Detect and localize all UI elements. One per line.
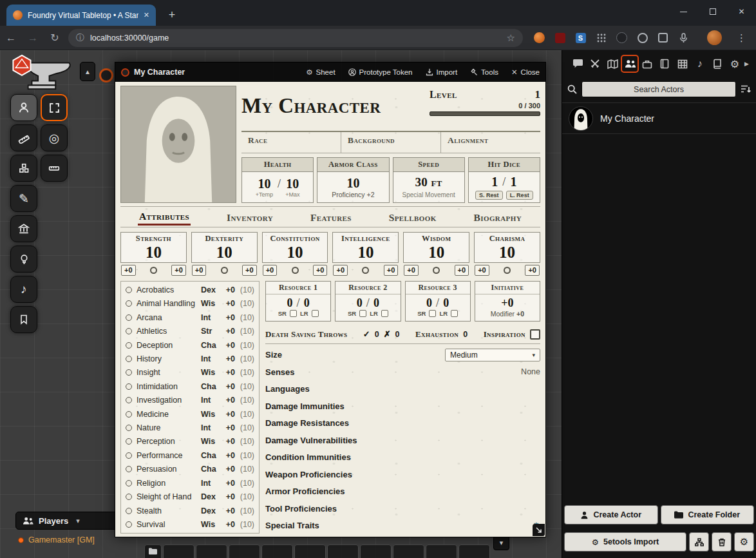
- resource-label[interactable]: Resource 1: [266, 282, 330, 294]
- macro-slot[interactable]: [294, 544, 326, 558]
- skill-row[interactable]: Sleight of Hand Dex +0 (10): [121, 490, 259, 503]
- death-save-failure-icon[interactable]: ✗: [384, 329, 391, 339]
- drawing-tool[interactable]: ✎: [10, 185, 37, 212]
- macro-slot[interactable]: [261, 544, 293, 558]
- sounds-tool[interactable]: ♪: [10, 276, 37, 303]
- skill-row[interactable]: Nature Int +0 (10): [121, 421, 259, 434]
- ability-score[interactable]: 10: [263, 244, 328, 262]
- stylus-extension-icon[interactable]: S: [574, 32, 587, 44]
- skill-row[interactable]: Perception Wis +0 (10): [121, 435, 259, 448]
- special-movement-label[interactable]: Special Movement: [402, 191, 455, 198]
- url-text[interactable]: localhost:30000/game: [90, 34, 501, 43]
- settings-tab-icon[interactable]: ⚙: [727, 56, 742, 72]
- minimize-button[interactable]: [669, 0, 698, 23]
- folder-tree-button[interactable]: [689, 532, 709, 552]
- skill-row[interactable]: Stealth Dex +0 (10): [121, 505, 259, 517]
- ability-proficiency-radio[interactable]: [433, 267, 440, 274]
- microphone-extension-icon[interactable]: [677, 32, 690, 44]
- collapse-controls-button[interactable]: ▲: [80, 62, 95, 81]
- skill-row[interactable]: History Int +0 (10): [121, 352, 259, 365]
- playlists-tab-icon[interactable]: ♪: [692, 56, 708, 72]
- select-token-tool[interactable]: [10, 94, 37, 121]
- skill-proficiency-radio[interactable]: [126, 397, 132, 403]
- browser-menu-icon[interactable]: ⋮: [737, 32, 746, 44]
- combat-tab-icon[interactable]: [587, 56, 603, 72]
- skill-row[interactable]: Animal Handling Wis +0 (10): [121, 297, 259, 310]
- ability-mod[interactable]: +0: [263, 265, 278, 276]
- skill-proficiency-radio[interactable]: [126, 356, 132, 362]
- skill-row[interactable]: Insight Wis +0 (10): [121, 366, 259, 379]
- skill-proficiency-radio[interactable]: [126, 383, 132, 390]
- hp-max[interactable]: 10: [286, 177, 299, 190]
- close-sheet-button[interactable]: ✕ Close: [511, 68, 540, 77]
- macro-slot[interactable]: [393, 544, 424, 558]
- select-targets-tool[interactable]: [41, 94, 68, 121]
- macro-slot[interactable]: [163, 544, 194, 558]
- ability-mod[interactable]: +0: [404, 265, 419, 276]
- ability-score[interactable]: 10: [333, 244, 398, 262]
- expand-sidebar-icon[interactable]: ▶: [744, 61, 752, 67]
- exhaustion-value[interactable]: 0: [463, 330, 468, 339]
- macro-folder-button[interactable]: [144, 544, 162, 558]
- search-actors-input[interactable]: [581, 81, 736, 97]
- ability-label[interactable]: Constitution: [263, 234, 328, 244]
- actor-list-item[interactable]: My Character: [562, 102, 756, 134]
- tab-spellbook[interactable]: Spellbook: [388, 209, 438, 225]
- extension-circle-icon[interactable]: [636, 32, 648, 44]
- skill-proficiency-radio[interactable]: [126, 300, 132, 307]
- skill-proficiency-radio[interactable]: [126, 438, 132, 445]
- notes-tool[interactable]: [10, 306, 37, 333]
- ability-score[interactable]: 10: [475, 244, 540, 262]
- skill-proficiency-radio[interactable]: [126, 287, 132, 293]
- prototype-token-button[interactable]: Prototype Token: [348, 68, 413, 76]
- delete-button[interactable]: [712, 532, 732, 552]
- resource-value[interactable]: 0: [287, 296, 293, 309]
- tab-close-icon[interactable]: ✕: [144, 11, 149, 19]
- site-info-icon[interactable]: ⓘ: [76, 32, 84, 44]
- scenes-tab-icon[interactable]: [605, 56, 620, 72]
- hotbar-page-down-button[interactable]: ▾: [493, 535, 509, 550]
- extensions-grid-icon[interactable]: [595, 32, 607, 44]
- skill-proficiency-radio[interactable]: [126, 466, 132, 472]
- skill-row[interactable]: Acrobatics Dex +0 (10): [121, 284, 259, 296]
- ability-proficiency-radio[interactable]: [362, 267, 369, 274]
- close-window-button[interactable]: ✕: [727, 0, 756, 23]
- lighting-tool[interactable]: [10, 245, 37, 273]
- death-save-failures[interactable]: 0: [395, 330, 400, 339]
- create-actor-button[interactable]: Create Actor: [564, 505, 658, 524]
- macro-slot[interactable]: [426, 544, 457, 558]
- create-folder-button[interactable]: Create Folder: [661, 505, 755, 524]
- skill-proficiency-radio[interactable]: [126, 369, 132, 376]
- skill-row[interactable]: Arcana Int +0 (10): [121, 311, 259, 324]
- skill-row[interactable]: Survival Wis +0 (10): [121, 518, 259, 531]
- ability-save[interactable]: +0: [313, 265, 328, 276]
- skill-row[interactable]: Deception Cha +0 (10): [121, 339, 259, 352]
- level-value[interactable]: 1: [535, 88, 541, 101]
- chat-tab-icon[interactable]: [570, 56, 585, 72]
- skill-proficiency-radio[interactable]: [126, 508, 132, 514]
- extension-dark-icon[interactable]: [616, 32, 628, 44]
- ability-proficiency-radio[interactable]: [292, 267, 299, 274]
- items-tab-icon[interactable]: [639, 56, 655, 72]
- ability-label[interactable]: Wisdom: [404, 234, 469, 244]
- ability-mod[interactable]: +0: [333, 265, 348, 276]
- extension-box-icon[interactable]: [657, 32, 669, 44]
- lr-checkbox[interactable]: [312, 310, 319, 317]
- skill-proficiency-radio[interactable]: [126, 328, 132, 334]
- macro-slot[interactable]: [360, 544, 392, 558]
- skill-proficiency-radio[interactable]: [126, 452, 132, 459]
- ability-proficiency-radio[interactable]: [150, 267, 157, 274]
- lr-checkbox[interactable]: [381, 310, 388, 317]
- ability-label[interactable]: Dexterity: [192, 234, 257, 244]
- skill-row[interactable]: Intimidation Cha +0 (10): [121, 380, 259, 393]
- resource-value[interactable]: 0: [426, 296, 432, 309]
- ability-save[interactable]: +0: [242, 265, 257, 276]
- ability-mod[interactable]: +0: [121, 265, 136, 276]
- resource-value[interactable]: 0: [357, 296, 363, 309]
- size-select[interactable]: Medium ▾: [445, 349, 540, 361]
- skill-proficiency-radio[interactable]: [126, 521, 132, 528]
- senses-value[interactable]: None: [521, 367, 540, 376]
- hit-dice-max[interactable]: 1: [510, 175, 516, 188]
- back-button[interactable]: ←: [0, 32, 22, 44]
- 5etools-import-button[interactable]: ⚙ 5etools Import: [564, 532, 686, 552]
